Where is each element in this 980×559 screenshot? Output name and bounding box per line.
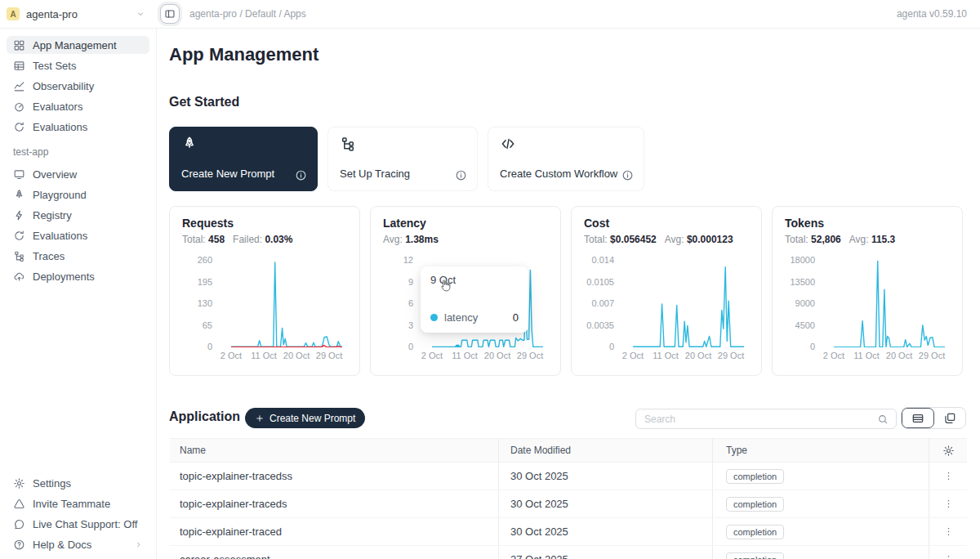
app-actions-cell — [929, 518, 967, 545]
app-actions-cell — [929, 490, 967, 517]
y-axis-tick: 0.0035 — [572, 320, 614, 330]
y-axis-tick: 0.0105 — [572, 277, 614, 287]
sidebar-toggle-button[interactable] — [160, 4, 180, 24]
row-menu-button[interactable] — [939, 523, 957, 541]
type-badge: completion — [726, 525, 784, 539]
sidebar-item-label: Overview — [33, 168, 77, 181]
card-label: Create New Prompt — [181, 168, 274, 180]
sidebar-item-evaluations[interactable]: Evaluations — [7, 118, 149, 136]
app-row-topic-explainer-tracedss[interactable]: topic-explainer-tracedss30 Oct 2025compl… — [170, 463, 967, 490]
type-badge: completion — [726, 497, 784, 512]
dots-vertical-icon — [942, 498, 955, 510]
column-header-date-modified[interactable]: Date Modified — [498, 439, 712, 462]
y-axis-tick: 0 — [572, 342, 614, 351]
breadcrumb[interactable]: agenta-pro / Default / Apps — [189, 0, 306, 28]
app-actions-cell — [929, 546, 967, 559]
sidebar-item-evaluators[interactable]: Evaluators — [7, 97, 149, 115]
sidebar-item-label: Deployments — [33, 271, 95, 283]
chart-plot — [834, 261, 945, 347]
branch-icon — [13, 250, 25, 262]
table-header: Name Date Modified Type — [170, 438, 967, 463]
cloud-icon — [13, 271, 25, 283]
y-axis-tick: 9000 — [773, 298, 815, 308]
row-menu-button[interactable] — [939, 467, 957, 485]
app-root: A agenta-pro agenta-pro / Default / Apps… — [0, 0, 980, 559]
type-badge: completion — [726, 469, 784, 484]
y-axis-tick: 12 — [371, 255, 413, 265]
application-title: Application — [169, 409, 240, 424]
table-settings-button[interactable] — [942, 445, 955, 457]
workspace-selector[interactable]: A agenta-pro — [7, 0, 145, 28]
tooltip-value: 0 — [513, 311, 519, 324]
chart-card-requests: RequestsTotal: 458Failed: 0.03%260195130… — [169, 206, 360, 376]
topbar: A agenta-pro agenta-pro / Default / Apps… — [0, 0, 980, 29]
app-row-topic-explainer-traced[interactable]: topic-explainer-traced30 Oct 2025complet… — [170, 518, 967, 546]
x-axis-tick: 29 Oct — [311, 351, 347, 360]
y-axis-tick: 3 — [371, 320, 413, 330]
sidebar-item-app-management[interactable]: App Management — [7, 36, 149, 54]
card-view-icon — [943, 412, 956, 425]
y-axis-tick: 18000 — [773, 255, 815, 265]
chart-title: Cost — [584, 217, 609, 230]
card-view-button[interactable] — [934, 408, 965, 428]
rocket-icon — [181, 136, 198, 152]
app-type-cell: completion — [712, 490, 929, 517]
table-icon — [13, 60, 25, 72]
get-started-title: Get Started — [169, 95, 239, 110]
sidebar-item-playground[interactable]: Playground — [7, 186, 149, 203]
app-name: topic-explainer-tracedss — [170, 463, 498, 490]
y-axis-tick: 0.014 — [572, 255, 614, 265]
row-menu-button[interactable] — [939, 551, 957, 559]
y-axis-tick: 130 — [170, 298, 212, 308]
column-header-type[interactable]: Type — [712, 439, 929, 462]
x-axis-tick: 29 Oct — [914, 351, 950, 360]
sidebar-item-help-docs[interactable]: Help & Docs — [7, 535, 149, 553]
get-started-card-create-custom-workflow[interactable]: Create Custom Workflow — [488, 127, 644, 191]
get-started-card-create-new-prompt[interactable]: Create New Prompt — [169, 127, 318, 191]
charts-row: RequestsTotal: 458Failed: 0.03%260195130… — [169, 206, 963, 376]
sidebar-item-overview[interactable]: Overview — [7, 165, 149, 183]
sidebar-item-deployments[interactable]: Deployments — [7, 267, 149, 285]
y-axis-tick: 6 — [371, 298, 413, 308]
app-date-modified: 30 Oct 2025 — [498, 463, 712, 490]
get-started-cards: Create New PromptSet Up TracingCreate Cu… — [169, 127, 644, 191]
sidebar-item-label: Playground — [33, 189, 87, 201]
card-label: Set Up Tracing — [340, 168, 410, 180]
sidebar-item-invite-teammate[interactable]: Invite Teammate — [7, 494, 149, 512]
sidebar: App ManagementTest SetsObservabilityEval… — [0, 28, 157, 559]
x-axis-tick: 2 Oct — [615, 351, 651, 360]
help-icon — [13, 539, 25, 551]
sidebar-section-label: test-app — [7, 146, 149, 158]
app-row-topic-explainer-traceds[interactable]: topic-explainer-traceds30 Oct 2025comple… — [170, 490, 967, 518]
dots-vertical-icon — [942, 470, 955, 482]
y-axis-tick: 9 — [371, 277, 413, 287]
column-header-name[interactable]: Name — [170, 439, 498, 462]
sidebar-item-traces[interactable]: Traces — [7, 247, 149, 265]
search-input[interactable] — [636, 414, 877, 425]
chart-card-tokens: TokensTotal: 52,806Avg: 115.318000135009… — [772, 206, 963, 376]
x-axis-tick: 20 Oct — [680, 351, 716, 360]
sidebar-item-live-chat-support-off[interactable]: Live Chat Support: Off — [7, 515, 149, 533]
chart-stats: Total: 458Failed: 0.03% — [182, 234, 292, 245]
row-menu-button[interactable] — [939, 495, 957, 513]
y-axis-tick: 195 — [170, 277, 212, 287]
sidebar-item-registry[interactable]: Registry — [7, 206, 149, 224]
sidebar-item-settings[interactable]: Settings — [7, 474, 149, 492]
get-started-card-set-up-tracing[interactable]: Set Up Tracing — [327, 127, 478, 191]
search-box — [635, 409, 897, 429]
sidebar-item-label: Registry — [33, 209, 72, 221]
sidebar-item-observability[interactable]: Observability — [7, 77, 149, 95]
table-view-button[interactable] — [902, 408, 934, 428]
chart-tooltip: 9 Oct latency 0 — [421, 266, 528, 333]
x-axis-tick: 11 Oct — [447, 351, 483, 360]
app-row-career-assessment[interactable]: career-assessment27 Oct 2025completion — [170, 546, 967, 559]
sidebar-item-evaluations[interactable]: Evaluations — [7, 226, 149, 244]
sidebar-item-label: Observability — [33, 80, 94, 92]
branch-icon — [340, 136, 356, 152]
app-name: career-assessment — [170, 546, 498, 559]
sidebar-item-test-sets[interactable]: Test Sets — [7, 56, 149, 74]
create-new-prompt-button[interactable]: Create New Prompt — [245, 408, 365, 428]
x-axis-tick: 11 Oct — [648, 351, 684, 360]
chart-stats: Total: $0.056452Avg: $0.000123 — [584, 234, 733, 245]
sidebar-item-label: Settings — [33, 477, 71, 490]
